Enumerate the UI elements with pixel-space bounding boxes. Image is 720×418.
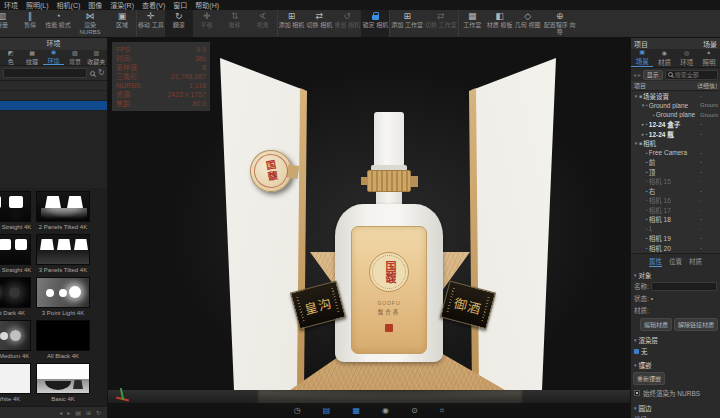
tessellation-header[interactable]: 镶嵌 [631, 360, 720, 370]
menu-window[interactable]: 窗口 [173, 0, 187, 10]
library-folder-row[interactable] [0, 101, 107, 111]
scene-tree-row[interactable]: ▪ 1 - [631, 224, 720, 234]
environment-thumbnail[interactable]: All White 4K [0, 363, 32, 406]
tab-lighting[interactable]: ✶ 照明 [698, 49, 720, 67]
grid-view-icon[interactable]: ⊞ [86, 409, 91, 416]
switch-camera-button[interactable]: ⇄ 切换 相机 [305, 10, 333, 37]
menu-help[interactable]: 帮助(H) [195, 0, 219, 10]
realtime-viewport[interactable]: 国馥 GUOFU 馥合香 皇沟 御酒 国馥 FPS: 9.9 时间: [108, 38, 630, 418]
geometry-view-button[interactable]: ◇ 几何 视图 [514, 10, 542, 37]
render-layer-header[interactable]: 渲染层 [631, 335, 720, 345]
tab-favorites[interactable]: ▥ 收藏夹 [86, 50, 107, 65]
menu-environment[interactable]: 环境 [4, 0, 18, 10]
keyshotxr-icon[interactable]: ⊙ [411, 406, 418, 416]
pan-button[interactable]: ✚ 平移 [193, 10, 221, 37]
refresh-icon[interactable]: ↻ [98, 69, 105, 77]
library-search-input[interactable] [3, 68, 87, 78]
round-edges-header[interactable]: 圆边 [631, 403, 720, 413]
list-view-icon[interactable]: ▤ [75, 409, 81, 416]
menu-lighting[interactable]: 照明(L) [26, 0, 49, 10]
tumble-button[interactable]: ↻ 翻滚 [165, 10, 193, 37]
menu-image[interactable]: 图像 [88, 0, 102, 10]
studio-button[interactable]: ▦ 工作室 [458, 10, 486, 37]
render-layer-row[interactable]: 无 [631, 345, 720, 357]
prev-page-icon[interactable]: ◂ [59, 409, 62, 416]
environment-thumbnail[interactable]: 3 Point Light 4K [35, 277, 91, 320]
cloud-library-icon[interactable]: ◷ [294, 406, 301, 416]
scene-tree-row[interactable]: ▸ ▪ 12-24 盒子 - [631, 120, 720, 130]
always-nurbs-checkbox[interactable] [634, 390, 640, 396]
tab-position[interactable]: 位置 [669, 256, 682, 267]
tab-material[interactable]: ◉ 材质 [653, 49, 675, 67]
library-icon[interactable]: ▤ [323, 406, 331, 416]
menu-view[interactable]: 查看(V) [142, 0, 165, 10]
environment-thumbnail[interactable]: 3 Panels Straight 4K [0, 234, 32, 277]
environment-thumbnail[interactable]: All Black 4K [35, 320, 91, 363]
next-page-icon[interactable]: ▸ [67, 409, 70, 416]
menu-render[interactable]: 渲染(R) [110, 0, 134, 10]
render-nurbs-button[interactable]: ⋈ 渲染 NURBS [72, 10, 108, 37]
tab-properties[interactable]: 属性 [649, 256, 662, 267]
tab-environment[interactable]: ◎ 环境 [676, 49, 698, 67]
history-arrows[interactable]: ◂ ▸ [633, 71, 641, 78]
tab-environments[interactable]: ◉ 环境 [43, 50, 64, 65]
configurator-wizard-button[interactable]: ⊕ 配置程序 向导 [542, 10, 578, 37]
refresh-icon[interactable]: ↻ [96, 409, 101, 416]
scene-tree-row[interactable]: ▪ 右 - [631, 186, 720, 196]
lock-camera-button[interactable]: 锁定 相机 [361, 10, 389, 37]
scene-tree-row[interactable]: ▪ 相机 20 - [631, 243, 720, 253]
library-folder-row[interactable] [0, 91, 107, 101]
fov-button[interactable]: ∢ 视角 [249, 10, 277, 37]
show-filter-button[interactable]: 显示 [643, 70, 663, 80]
animation-icon[interactable]: ◉ [382, 406, 389, 416]
region-button[interactable]: ▣ 区域 [108, 10, 136, 37]
search-icon[interactable] [90, 71, 95, 76]
object-name-input[interactable] [651, 282, 717, 291]
material-template-button[interactable]: ◧ 材质 模板 [486, 10, 514, 37]
object-section-header[interactable]: 对象 [631, 270, 720, 280]
tab-scene[interactable]: ▣ 场景 [631, 49, 653, 67]
tab-textures[interactable]: ▦ 纹理 [21, 50, 42, 65]
scene-tree-row[interactable]: ▪ Ground plane Ground [631, 110, 720, 120]
scene-tree-row[interactable]: ▾ ▪ Ground plane Ground [631, 101, 720, 111]
add-camera-button[interactable]: ⊞ 添加 相机 [277, 10, 306, 37]
environment-thumbnail[interactable]: 3 Point Medium 4K [0, 320, 32, 363]
unlink-material-button[interactable]: 解除链接材质 [674, 318, 718, 331]
edit-material-button[interactable]: 编辑材质 [640, 318, 672, 331]
screenshot-icon[interactable]: ⌗ [440, 406, 445, 416]
dolly-button[interactable]: ⇅ 推移 [221, 10, 249, 37]
scene-tree-row[interactable]: ▪ 顶 - [631, 167, 720, 177]
tab-material-props[interactable]: 材质 [689, 256, 702, 267]
scene-tree-row[interactable]: ▪ Free Camera - [631, 148, 720, 158]
library-folder-row[interactable] [0, 81, 107, 91]
scene-search-input[interactable] [675, 72, 715, 78]
environment-thumbnail[interactable]: 2 Panels Straight 4K [0, 191, 32, 234]
scene-tree-row[interactable]: ▪ 相机 17 - [631, 205, 720, 215]
scene-tree-row[interactable]: ▸ ▪ 12-24 瓶 - [631, 129, 720, 139]
usage-button[interactable]: ▥ 用量 [0, 10, 16, 37]
switch-studio-button[interactable]: ⇄ 切换 工作室 [424, 10, 458, 37]
menu-camera[interactable]: 相机(C) [57, 0, 81, 10]
reset-camera-button[interactable]: ↺ 重置 相机 [333, 10, 361, 37]
environment-thumbnail[interactable]: 3 Point Dark 4K [0, 277, 32, 320]
add-studio-button[interactable]: ⊞ 添加 工作室 [389, 10, 424, 37]
scene-tree-row[interactable]: ▾ ■ 场景设置 - [631, 91, 720, 101]
performance-mode-button[interactable]: ◔ 性能 模式 [44, 10, 72, 37]
scene-tree-row[interactable]: ▾ ■ 相机 [631, 139, 720, 149]
pause-button[interactable]: ∥ 暂停 [16, 10, 44, 37]
environment-thumbnail-image [36, 191, 90, 222]
tab-colors[interactable]: ◩ 色 [0, 50, 21, 65]
move-tool-button[interactable]: ✛ 移动 工具 [136, 10, 165, 37]
scene-tree-row[interactable]: ▪ 相机 16 - [631, 196, 720, 206]
project-icon[interactable]: ▦ [352, 406, 360, 416]
scene-tree-row[interactable]: ▪ 相机 15 - [631, 177, 720, 187]
scene-tree-row[interactable]: ▪ 相机 19 - [631, 234, 720, 244]
environment-thumbnail[interactable]: 2 Panels Tilted 4K [35, 191, 91, 234]
toolbar-button-label: 移动 工具 [138, 22, 164, 29]
environment-thumbnail[interactable]: Basic 4K [35, 363, 91, 406]
retessellate-button[interactable]: 重新镶嵌 [633, 372, 665, 385]
environment-thumbnail[interactable]: 3 Panels Tilted 4K [35, 234, 91, 277]
scene-tree-row[interactable]: ▪ 前 - [631, 158, 720, 168]
tab-backplates[interactable]: ▨ 背景 [64, 50, 85, 65]
scene-tree-row[interactable]: ▪ 相机 18 - [631, 215, 720, 225]
